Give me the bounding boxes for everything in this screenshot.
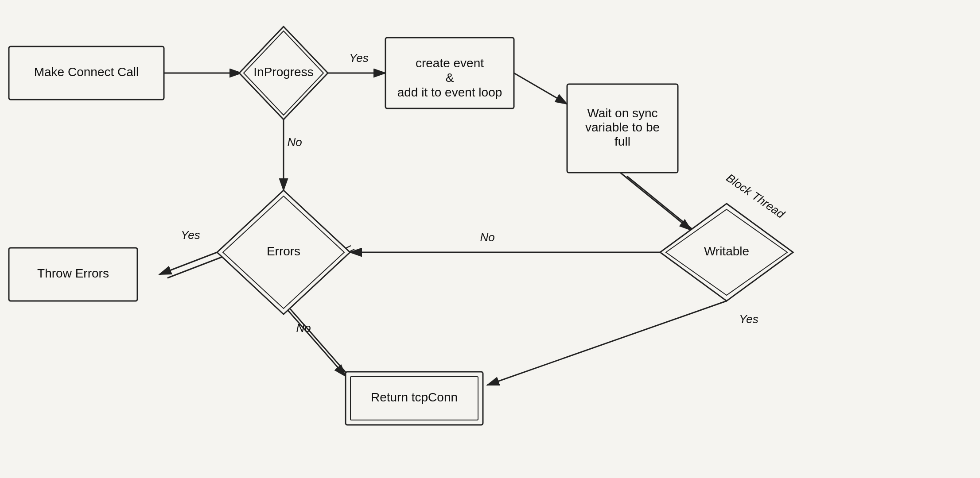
arrow-wait-to-writable-tick [627,176,698,234]
return-tcpconn-label: Return tcpConn [371,390,458,404]
wait-on-sync-label1: Wait on sync [587,106,657,120]
writable-label: Writable [704,244,749,258]
arrow-errors-no-tick [290,309,352,380]
wait-on-sync-label3: full [614,135,630,148]
arrow-errors-yes [159,252,217,274]
arrow-writable-yes [487,301,727,385]
make-connect-call-label: Make Connect Call [34,65,139,79]
arrow-createevent-to-wait [514,73,567,104]
no2-label: No [480,231,494,244]
arrow-wait-to-writable [620,173,691,230]
errors-label: Errors [267,244,300,258]
create-event-label2: & [446,71,454,85]
wait-on-sync-label2: variable to be [585,120,660,134]
arrow-errors-yes-tick [167,256,225,278]
inprogress-label: InProgress [253,65,313,79]
create-event-label3: add it to event loop [397,85,502,99]
no1-label: No [287,135,302,149]
create-event-label1: create event [416,56,484,70]
yes2-label: Yes [181,228,200,242]
yes3-label: Yes [739,312,758,326]
yes1-label: Yes [349,51,368,65]
throw-errors-label: Throw Errors [37,266,109,280]
no3-label: No [296,321,311,335]
arrow-errors-no [284,305,346,376]
flowchart-container: Make Connect Call InProgress Yes create … [0,0,980,478]
